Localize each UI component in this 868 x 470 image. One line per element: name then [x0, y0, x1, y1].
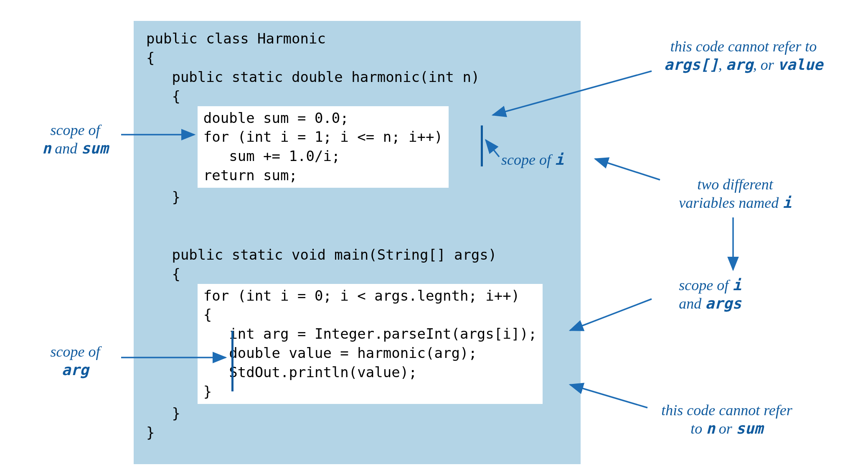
label-var: n: [706, 420, 715, 437]
label-text: variables named: [679, 194, 782, 211]
label-text: scope of: [679, 277, 732, 294]
label-text: , or: [753, 56, 778, 73]
label-text: and: [679, 295, 705, 312]
label-var: sum: [736, 420, 763, 437]
label-var: i: [782, 194, 792, 211]
label-var: arg: [61, 361, 89, 378]
label-scope-arg: scope of arg: [31, 343, 119, 379]
scope-i-bar-top: [481, 125, 483, 166]
label-text: this code cannot refer to: [670, 38, 817, 55]
code-line: }: [203, 383, 212, 400]
code-line: }: [146, 405, 180, 421]
label-text: two different: [697, 176, 773, 193]
label-text: scope of: [51, 122, 100, 138]
code-line: }: [146, 424, 155, 441]
code-listing: public class Harmonic { public static do…: [146, 29, 568, 442]
code-line: StdOut.println(value);: [203, 364, 417, 381]
code-line: {: [203, 306, 212, 323]
code-line: int arg = Integer.parseInt(args[i]);: [203, 325, 537, 342]
code-line: return sum;: [203, 167, 297, 184]
label-scope-n-sum: scope of n and sum: [31, 121, 119, 158]
label-var: args: [705, 295, 741, 312]
code-line: double sum = 0.0;: [203, 110, 349, 126]
code-line: }: [146, 189, 180, 205]
code-line: public static void main(String[] args): [146, 246, 497, 263]
label-var: i: [555, 151, 564, 168]
label-text: or: [715, 420, 736, 437]
label-var: value: [778, 56, 823, 73]
label-var: arg: [726, 56, 753, 73]
label-cannot-n: this code cannot refer to n or sum: [631, 401, 823, 438]
label-text: ,: [718, 56, 726, 73]
code-line: for (int i = 0; i < args.legnth; i++): [203, 287, 520, 304]
label-cannot-args: this code cannot refer to args[], arg, o…: [635, 38, 852, 74]
label-scope-i-args: scope of i and args: [652, 276, 769, 313]
label-two-i: two different variables named i: [647, 176, 823, 212]
code-line: {: [146, 49, 155, 66]
label-var: sum: [81, 140, 108, 157]
scope-arg-bar: [231, 331, 233, 391]
main-body-box: for (int i = 0; i < args.legnth; i++) { …: [198, 284, 543, 404]
arrow-scope-i-args: [570, 299, 652, 330]
label-var: i: [732, 276, 741, 294]
label-text: scope of: [501, 151, 555, 168]
label-text: scope of: [51, 343, 100, 360]
label-text: and: [51, 140, 81, 157]
code-line: public class Harmonic: [146, 30, 326, 47]
label-text: this code cannot refer: [661, 402, 792, 419]
scope-diagram: public class Harmonic { public static do…: [8, 8, 860, 462]
label-scope-i-top: scope of i: [501, 151, 593, 169]
code-line: for (int i = 1; i <= n; i++): [203, 128, 443, 145]
code-line: sum += 1.0/i;: [203, 148, 340, 164]
code-line: {: [146, 266, 180, 282]
code-line: double value = harmonic(arg);: [203, 345, 477, 361]
label-text: to: [690, 420, 706, 437]
code-panel: public class Harmonic { public static do…: [134, 21, 581, 464]
label-var: n: [42, 140, 51, 157]
code-line: public static double harmonic(int n): [146, 69, 480, 85]
harmonic-body-box: double sum = 0.0; for (int i = 1; i <= n…: [198, 106, 449, 188]
label-var: args[]: [664, 56, 718, 73]
code-line: {: [146, 88, 180, 105]
